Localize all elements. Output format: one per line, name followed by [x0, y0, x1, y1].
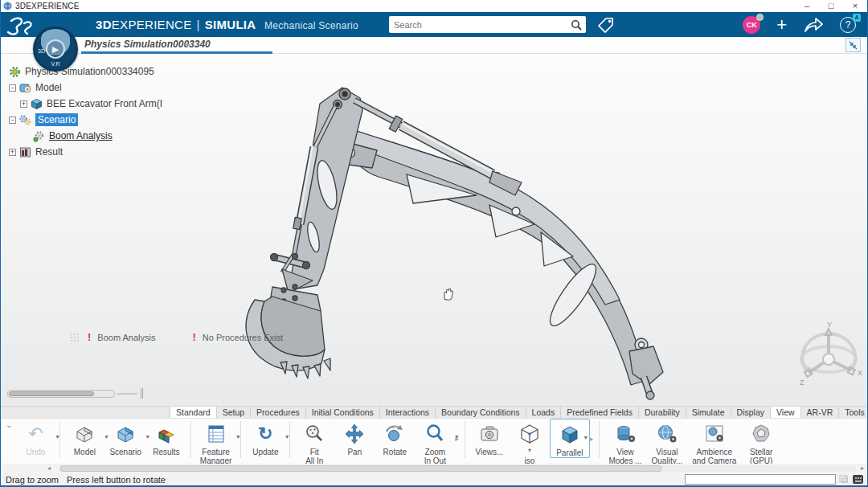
tree-expander[interactable]: +	[9, 149, 16, 156]
3d-viewport[interactable]: Physics Simulation000334095 - Model + BE…	[1, 54, 868, 406]
tree-row-analysis[interactable]: Boom Analysis	[4, 128, 162, 144]
undo-button[interactable]: ↶ Undo ▾	[15, 419, 55, 456]
document-tab[interactable]: Physics Simulation0003340	[84, 39, 211, 50]
search-input[interactable]	[389, 20, 568, 30]
share-icon[interactable]	[803, 16, 824, 34]
maximize-button[interactable]: □	[819, 0, 843, 12]
help-notification-badge: A	[853, 14, 861, 22]
add-content-button[interactable]: +	[776, 17, 787, 33]
ribbon-tab-tools[interactable]: Tools	[839, 407, 868, 418]
ribbon-tab-simulate[interactable]: Simulate	[686, 407, 731, 418]
fit-all-in-button[interactable]: Fit All In	[294, 419, 334, 465]
tree-model-label[interactable]: Model	[35, 82, 62, 93]
toolbar-collapse-chevron-icon[interactable]: ⌄	[2, 419, 15, 431]
ribbon-tab-initial-conditions[interactable]: Initial Conditions	[306, 407, 380, 418]
model-icon	[72, 422, 96, 446]
results-icon	[154, 422, 178, 446]
status-hint-rotate: Press left button to rotate	[67, 475, 166, 485]
warning-no-procedures[interactable]: No Procedures Exist	[203, 333, 283, 342]
dropdown-arrow-icon[interactable]: ▾	[285, 433, 289, 440]
stellar-gpu-button[interactable]: Stellar (GPU)	[741, 419, 781, 465]
close-button[interactable]: ×	[843, 0, 867, 12]
dropdown-arrow-icon[interactable]: ▾	[455, 433, 458, 440]
avatar[interactable]: CK	[743, 16, 760, 34]
iso-view-button[interactable]: * iso ▾	[510, 419, 550, 465]
toolbar-scrollbar[interactable]: ◂ ▸	[1, 464, 867, 473]
tree-row-model[interactable]: - Model	[4, 80, 162, 96]
zoom-in-out-button[interactable]: Zoom In Out ▾	[415, 419, 455, 465]
scenario-icon	[113, 422, 137, 446]
compass-play-icon[interactable]: ▶	[46, 39, 65, 59]
pan-button[interactable]: Pan	[334, 419, 375, 456]
tree-result-label[interactable]: Result	[35, 146, 63, 158]
compass-3d-label: 3D	[38, 48, 45, 54]
ribbon-tab-standard[interactable]: Standard	[170, 407, 217, 418]
minimize-button[interactable]: –	[795, 0, 819, 12]
pan-icon	[342, 422, 366, 446]
ribbon-tab-view[interactable]: View	[771, 407, 801, 418]
group-expand-icon[interactable]: ▸	[590, 435, 594, 443]
collapse-arrows-icon	[848, 40, 858, 51]
overlap-windows-icon[interactable]	[838, 475, 850, 485]
tree-analysis-label[interactable]: Boom Analysis	[49, 130, 113, 141]
model-button[interactable]: Model ▾	[64, 419, 104, 456]
scroll-left-icon[interactable]: ◂	[47, 464, 51, 473]
slider-thumb[interactable]	[9, 391, 94, 396]
command-input[interactable]	[685, 474, 836, 485]
avatar-initials: CK	[747, 21, 757, 29]
help-question-icon: ?	[845, 19, 851, 31]
virtual-keyboard-icon[interactable]	[852, 474, 864, 485]
brand-context: Mechanical Scenario	[264, 20, 358, 31]
warning-boom-analysis[interactable]: Boom Analysis	[97, 333, 155, 342]
tree-row-root[interactable]: Physics Simulation000334095	[4, 63, 162, 80]
axis-triad[interactable]: Y X Z	[795, 321, 864, 395]
ribbon-tab-procedures[interactable]: Procedures	[251, 407, 306, 418]
scrollbar-thumb[interactable]	[60, 465, 661, 472]
tree-expander[interactable]: +	[20, 100, 27, 108]
tree-expander[interactable]: -	[9, 117, 16, 124]
ribbon-tab-setup[interactable]: Setup	[217, 407, 251, 418]
ribbon-tab-boundary-conditions[interactable]: Boundary Conditions	[436, 407, 526, 418]
compass-widget[interactable]: ▶ 3D V.R	[33, 27, 78, 72]
visual-quality-button[interactable]: Visual Quality...	[647, 419, 688, 465]
part-cube-icon	[31, 98, 43, 110]
tree-row-scenario[interactable]: - Scenario	[4, 112, 162, 128]
collapse-viewport-button[interactable]	[845, 38, 861, 52]
dropdown-arrow-icon[interactable]: ▾	[55, 433, 59, 440]
document-tabbar: Physics Simulation0003340 +	[1, 37, 867, 54]
tree-width-slider[interactable]	[7, 390, 136, 398]
scroll-right-icon[interactable]: ▸	[861, 464, 864, 473]
tree-row-result[interactable]: + Result	[4, 144, 162, 160]
tree-row-part[interactable]: + BEE Excavator Front Arm(I	[4, 96, 162, 112]
ribbon-tab-ar-vr[interactable]: AR-VR	[801, 407, 840, 418]
dropdown-arrow-icon[interactable]: ▾	[584, 434, 588, 441]
ribbon-tab-durability[interactable]: Durability	[639, 407, 686, 418]
update-button[interactable]: ↻ Update ▾	[245, 419, 285, 456]
slider-end-tick	[141, 388, 143, 399]
ribbon-tab-loads[interactable]: Loads	[526, 407, 562, 418]
tag-icon[interactable]	[596, 15, 615, 35]
ambience-camera-button[interactable]: Ambience and Camera	[687, 419, 741, 465]
scenario-button[interactable]: Scenario ▾	[104, 419, 145, 456]
ribbon-tab-predefined-fields[interactable]: Predefined Fields	[561, 407, 639, 418]
triad-x-label: X	[858, 369, 862, 377]
3ds-logo-icon	[7, 15, 35, 36]
compass-vr-label: V.R	[51, 61, 59, 67]
views-button[interactable]: Views...	[469, 419, 510, 456]
ribbon-tab-interactions[interactable]: Interactions	[380, 407, 436, 418]
tree-expander[interactable]: -	[9, 84, 16, 92]
view-modes-button[interactable]: View Modes ...	[604, 419, 646, 465]
feature-manager-button[interactable]: Feature Manager ▾	[195, 419, 236, 465]
grip-dots-icon[interactable]	[70, 333, 81, 342]
toolbar-separator	[240, 421, 241, 458]
results-button[interactable]: Results	[146, 419, 186, 456]
parallel-view-button[interactable]: Parallel ▾	[550, 419, 590, 458]
search-icon[interactable]	[568, 18, 586, 31]
tree-scenario-label[interactable]: Scenario	[35, 113, 78, 126]
help-button[interactable]: ? A	[840, 17, 856, 33]
ribbon-tab-display[interactable]: Display	[731, 407, 771, 418]
new-tab-button[interactable]: +	[184, 38, 190, 51]
tree-part-label[interactable]: BEE Excavator Front Arm(I	[47, 98, 162, 109]
dropdown-arrow-icon[interactable]: ▾	[236, 433, 240, 440]
rotate-button[interactable]: Rotate	[375, 419, 415, 456]
